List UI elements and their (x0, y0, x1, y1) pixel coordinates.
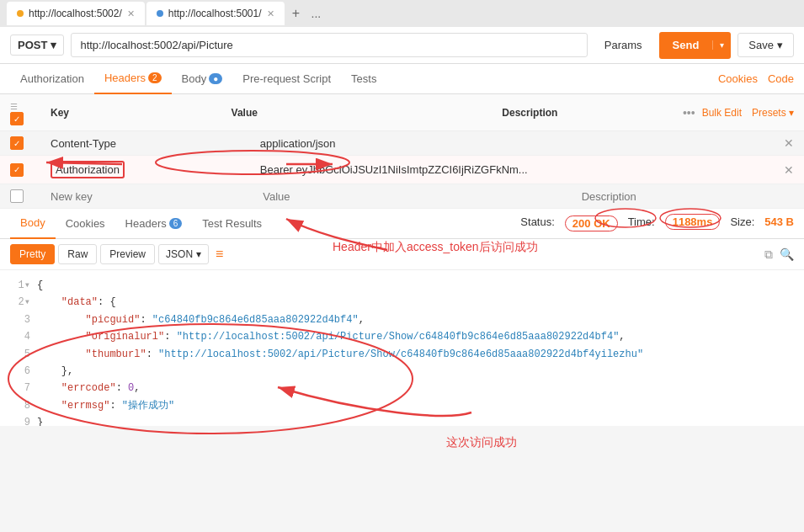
params-button[interactable]: Params (594, 34, 652, 56)
time-label: Time: (628, 215, 655, 231)
headers-table-header: ☰ ✓ Key Value Description ••• Bulk Edit … (0, 94, 804, 131)
browser-tab-2[interactable]: http://localhost:5001/ ✕ (146, 2, 285, 25)
tab-headers[interactable]: Headers 2 (94, 64, 172, 94)
tab-headers-badge: 2 (148, 72, 162, 83)
send-button[interactable]: Send ▾ (659, 32, 732, 59)
tab-close-1[interactable]: ✕ (127, 8, 135, 19)
save-label: Save (748, 39, 774, 51)
line-num-1: 1▾ (13, 277, 30, 294)
line-num-4: 4 (13, 328, 30, 345)
tab-url-1: http://localhost:5002/ (29, 8, 122, 19)
new-key-input[interactable] (51, 190, 263, 203)
copy-icon[interactable]: ⧉ (764, 247, 773, 262)
tab-url-2: http://localhost:5001/ (168, 8, 262, 19)
json-line-1: 1▾ { (13, 277, 791, 294)
header-col-key: Key (51, 107, 232, 119)
body-toolbar: Pretty Raw Preview JSON ▾ ≡ ⧉ 🔍 (0, 239, 804, 270)
size-label: Size: (730, 215, 754, 231)
new-header-row (0, 184, 804, 209)
key-authorization[interactable]: Authorization (51, 161, 260, 178)
status-value: 200 OK (565, 215, 618, 231)
tab-prerequest[interactable]: Pre-request Script (232, 64, 341, 94)
bulk-check-icon[interactable]: ☰ (10, 102, 18, 111)
header-col-desc: Description (502, 107, 683, 119)
tab-dot-1 (17, 10, 24, 17)
tab-close-2[interactable]: ✕ (267, 8, 274, 19)
json-line-9: 9 } (13, 414, 791, 426)
line-num-6: 6 (13, 363, 30, 380)
resp-tab-body-label: Body (20, 216, 45, 229)
new-checkbox[interactable] (10, 189, 24, 203)
line-num-8: 8 (13, 397, 30, 414)
cookies-link[interactable]: Cookies (718, 72, 758, 85)
save-button[interactable]: Save ▾ (737, 33, 794, 57)
format-chevron-icon: ▾ (196, 248, 201, 260)
resp-tab-test-results[interactable]: Test Results (192, 209, 272, 239)
resp-tab-headers-badge: 6 (169, 218, 183, 229)
view-raw-button[interactable]: Raw (58, 244, 97, 264)
json-line-8: 8 "errmsg": "操作成功" (13, 397, 791, 414)
response-tabs: Body Cookies Headers 6 Test Results Stat… (0, 209, 804, 239)
save-chevron-icon: ▾ (777, 39, 783, 51)
search-icon[interactable]: 🔍 (780, 247, 794, 262)
line-num-3: 3 (13, 311, 30, 328)
json-line-6: 6 }, (13, 363, 791, 380)
tab-tests-label: Tests (351, 72, 376, 85)
tab-more-button[interactable]: ... (308, 7, 325, 20)
delete-content-type-icon[interactable]: ✕ (784, 136, 794, 150)
dots-icon: ••• (683, 106, 695, 120)
json-line-3: 3 "picguid": "c64840fb9c864e6d85aaa80292… (13, 311, 791, 328)
new-desc-input[interactable] (582, 190, 794, 203)
tab-dot-2 (157, 10, 163, 17)
resp-tab-test-label: Test Results (202, 217, 262, 230)
presets-button[interactable]: Presets ▾ (752, 107, 794, 119)
new-value-input[interactable] (263, 190, 581, 203)
url-input[interactable] (71, 33, 587, 57)
line-num-5: 5 (13, 346, 30, 363)
delete-authorization-icon[interactable]: ✕ (784, 163, 794, 177)
browser-tab-bar: http://localhost:5002/ ✕ http://localhos… (0, 0, 804, 27)
header-col-check: ☰ ✓ (10, 99, 51, 125)
tab-authorization-label: Authorization (20, 72, 84, 85)
value-authorization[interactable]: Bearer eyJhbGciOiJSUzI1NiIsImtpZZCI6IjRi… (260, 163, 574, 176)
resp-tab-headers[interactable]: Headers 6 (115, 209, 193, 239)
line-num-2: 2▾ (13, 294, 30, 311)
resp-tab-body[interactable]: Body (10, 209, 56, 239)
tab-tests[interactable]: Tests (341, 64, 386, 94)
checkbox-authorization[interactable]: ✓ (10, 163, 24, 177)
status-label: Status: (520, 215, 554, 231)
header-row-authorization: ✓ Authorization Bearer eyJhbGciOiJSUzI1N… (0, 156, 804, 184)
method-selector[interactable]: POST ▾ (10, 35, 64, 56)
tab-body[interactable]: Body ● (172, 64, 233, 94)
resp-tab-headers-label: Headers (125, 217, 167, 230)
resp-tab-cookies[interactable]: Cookies (56, 209, 115, 239)
authorization-key-box: Authorization (51, 161, 125, 178)
send-dropdown-icon[interactable]: ▾ (712, 40, 731, 50)
header-row-content-type: ✓ Content-Type application/json ✕ (0, 131, 804, 156)
tab-body-label: Body (182, 72, 207, 85)
tab-body-badge: ● (209, 73, 222, 84)
checkbox-content-type[interactable]: ✓ (10, 136, 24, 150)
key-content-type[interactable]: Content-Type (51, 137, 260, 150)
view-pretty-button[interactable]: Pretty (10, 244, 55, 264)
code-link[interactable]: Code (768, 72, 794, 85)
view-preview-button[interactable]: Preview (100, 244, 155, 264)
format-select[interactable]: JSON ▾ (158, 244, 209, 264)
new-check-wrap (10, 189, 51, 203)
bulk-edit-button[interactable]: Bulk Edit (702, 107, 742, 119)
time-ms-value: 1188ms (665, 214, 721, 230)
request-tabs: Authorization Headers 2 Body ● Pre-reque… (0, 64, 804, 94)
url-bar: POST ▾ Params Send ▾ Save ▾ (0, 27, 804, 64)
req-tab-right: Cookies Code (718, 72, 794, 85)
tab-authorization[interactable]: Authorization (10, 64, 94, 94)
check-wrap-1: ✓ (10, 136, 51, 150)
tab-add-button[interactable]: + (286, 3, 306, 24)
body-icon-group: ⧉ 🔍 (764, 247, 794, 262)
browser-tab-1[interactable]: http://localhost:5002/ ✕ (7, 2, 145, 25)
filter-icon[interactable]: ≡ (216, 247, 223, 262)
body-annotation-text: 这次访问成功 (446, 435, 517, 449)
size-value: 543 B (764, 215, 794, 231)
header-all-checkbox[interactable]: ✓ (10, 112, 24, 125)
method-chevron-icon: ▾ (51, 39, 56, 51)
value-content-type[interactable]: application/json (260, 137, 574, 150)
